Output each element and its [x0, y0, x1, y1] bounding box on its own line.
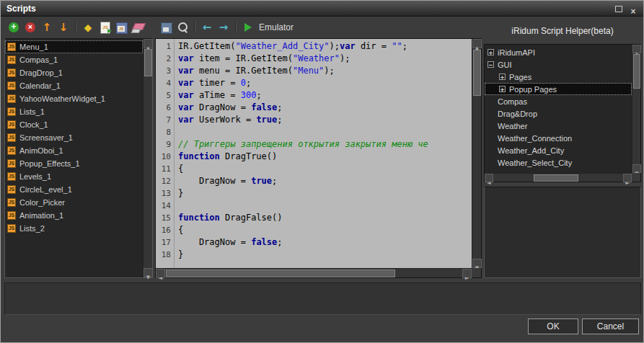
emulator-button[interactable]: Emulator: [241, 20, 294, 35]
editor-vertical-scrollbar[interactable]: [472, 39, 481, 268]
script-list: JSMenu_1JSCompas_1JSDragDrop_1JSCalendar…: [5, 39, 143, 277]
tree-vertical-scrollbar[interactable]: [632, 45, 640, 173]
save-script-icon[interactable]: [114, 20, 128, 35]
script-name: Compas_1: [19, 55, 58, 64]
tree-item[interactable]: Compas: [485, 95, 632, 107]
script-list-item[interactable]: JSCircleL_evel_1: [5, 183, 143, 196]
script-list-item[interactable]: JSCalendar_1: [5, 79, 143, 92]
add-script-icon[interactable]: [6, 20, 21, 35]
close-window-icon[interactable]: [629, 4, 638, 13]
toolbar-separator: [75, 22, 76, 33]
script-list-item[interactable]: JSAnimOboi_1: [5, 144, 143, 157]
code-line: var aTime = 300;: [178, 89, 472, 102]
editor-horizontal-scrollbar[interactable]: [156, 268, 472, 277]
script-name: Levels_1: [19, 172, 51, 181]
script-list-item[interactable]: JSYahooWeatherWidget_1: [5, 92, 143, 105]
script-list-item[interactable]: JSDragDrop_1: [5, 66, 143, 79]
script-list-item[interactable]: JSLists_2: [5, 222, 143, 235]
window-controls: [614, 4, 638, 13]
code-token: ;: [277, 237, 282, 247]
tree-horizontal-scrollbar[interactable]: [485, 173, 632, 182]
line-number: 14: [156, 200, 174, 212]
js-icon: JS: [7, 172, 16, 181]
expand-icon[interactable]: +: [499, 74, 506, 80]
restore-window-icon[interactable]: [614, 4, 623, 13]
script-list-item[interactable]: JSAnimation_1: [5, 209, 143, 222]
code-token: var: [340, 41, 356, 51]
code-line: var UserWork = true;: [178, 114, 472, 126]
syntax-check-icon[interactable]: [81, 20, 95, 35]
move-down-icon[interactable]: [56, 20, 71, 35]
scrollbar-thumb[interactable]: [633, 54, 640, 89]
scrollbar-thumb[interactable]: [144, 49, 152, 76]
script-list-item[interactable]: JSScreensaver_1: [5, 131, 143, 144]
scrollbar-thumb[interactable]: [534, 174, 578, 182]
scroll-down-icon[interactable]: [632, 164, 641, 173]
script-list-item[interactable]: JSMenu_1: [5, 40, 143, 53]
collapse-icon[interactable]: −: [488, 61, 494, 68]
cancel-button[interactable]: Cancel: [582, 318, 639, 334]
expand-icon[interactable]: +: [499, 86, 506, 92]
code-line: {: [178, 224, 472, 236]
scrollbar-thumb[interactable]: [166, 270, 395, 277]
code-line: [178, 200, 472, 212]
script-name: AnimOboi_1: [19, 146, 63, 155]
scroll-left-icon[interactable]: [485, 174, 493, 182]
ok-button[interactable]: OK: [528, 318, 578, 334]
tree-item[interactable]: Drag&Drop: [485, 107, 632, 120]
move-up-icon[interactable]: [40, 20, 54, 35]
scroll-down-icon[interactable]: [472, 259, 482, 268]
tree-item[interactable]: +iRidumAPI: [485, 46, 632, 58]
line-number: 9: [156, 138, 174, 151]
script-list-item[interactable]: JSLevels_1: [5, 170, 143, 183]
tree-item[interactable]: +Popup Pages: [485, 83, 632, 95]
scroll-up-icon[interactable]: [632, 45, 641, 53]
forward-icon[interactable]: [216, 20, 231, 35]
back-icon[interactable]: [200, 20, 214, 35]
expand-icon[interactable]: +: [488, 49, 494, 55]
code-area[interactable]: IR.GetItem("Weather_Add_City");var dir =…: [175, 39, 472, 268]
tree-item[interactable]: Weather_Select_City: [485, 156, 632, 169]
scroll-right-icon[interactable]: [623, 174, 632, 182]
code-token: var: [178, 102, 194, 112]
import-script-icon[interactable]: [97, 20, 112, 35]
script-list-item[interactable]: JSColor_Picker: [5, 196, 143, 209]
js-icon: JS: [7, 198, 16, 207]
save-icon[interactable]: [159, 20, 173, 35]
line-number: 6: [156, 102, 174, 114]
tree-item[interactable]: Weather_Add_City: [485, 144, 632, 156]
script-list-item[interactable]: JSPopup_Effects_1: [5, 157, 143, 170]
line-number: 8: [156, 126, 174, 138]
line-number: 1: [156, 40, 174, 53]
delete-script-icon[interactable]: [23, 20, 38, 35]
tree-indent: [488, 135, 494, 141]
editor-toolbar: Emulator: [159, 19, 294, 36]
script-list-item[interactable]: JSCompas_1: [5, 53, 143, 66]
code-token: "Weather": [293, 53, 340, 63]
tree-item[interactable]: Weather: [485, 120, 632, 132]
scroll-down-icon[interactable]: [144, 268, 153, 277]
script-list-item[interactable]: JSClock_1: [5, 118, 143, 131]
script-list-scrollbar[interactable]: [143, 39, 152, 277]
code-line: DragNow = false;: [178, 236, 472, 249]
helper-description-panel: [484, 187, 641, 278]
scrollbar-thumb[interactable]: [473, 50, 481, 96]
code-token: false: [251, 237, 277, 247]
tree-item[interactable]: −GUI: [485, 58, 632, 71]
scroll-right-icon[interactable]: [462, 269, 472, 278]
scroll-up-icon[interactable]: [144, 39, 153, 48]
code-editor[interactable]: 123456789101112131415161718 IR.GetItem("…: [155, 38, 482, 278]
scroll-up-icon[interactable]: [472, 39, 482, 48]
play-icon: [241, 20, 255, 35]
script-list-item[interactable]: JSLists_1: [5, 105, 143, 118]
js-icon: JS: [7, 133, 16, 142]
script-name: Menu_1: [19, 43, 48, 51]
tree-item[interactable]: +Pages: [485, 71, 632, 83]
tree-item[interactable]: Weather_Connection: [485, 132, 632, 144]
scroll-left-icon[interactable]: [156, 269, 165, 278]
code-token: ;: [256, 90, 261, 100]
erase-script-icon[interactable]: [131, 20, 145, 35]
search-icon[interactable]: [175, 20, 190, 35]
titlebar[interactable]: Scripts: [1, 1, 643, 17]
tree-item-label: Weather_Select_City: [498, 159, 572, 167]
